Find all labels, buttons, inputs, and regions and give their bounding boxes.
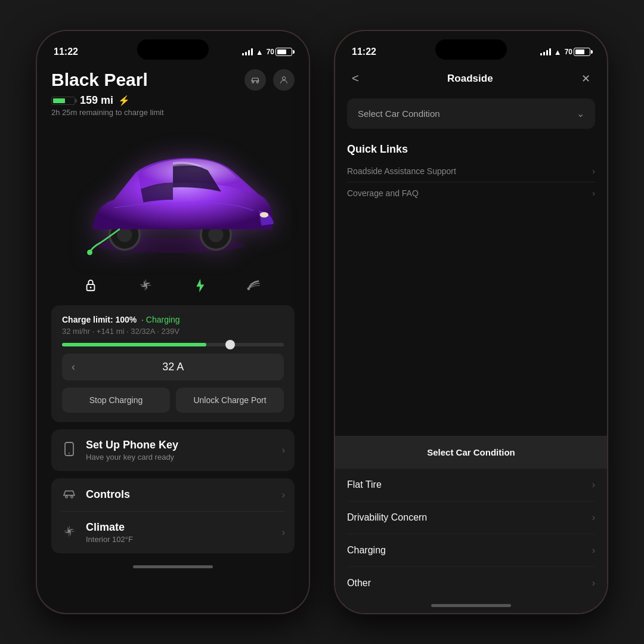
phone-key-chevron-icon: › <box>282 445 285 456</box>
other-chevron-icon: › <box>592 578 595 589</box>
right-screen: 11:22 ▲ 70 < <box>335 31 607 613</box>
bottom-sheet-title: Select Car Condition <box>427 447 515 457</box>
car-battery-fill <box>53 98 65 103</box>
signal-icon-right <box>540 48 551 55</box>
roadside-header: < Roadside ✕ <box>335 63 607 94</box>
battery-mileage-row: 159 mi ⚡ <box>51 94 295 107</box>
sheet-item-flat-tire[interactable]: Flat Tire › <box>347 469 595 501</box>
sheet-item-charging[interactable]: Charging › <box>347 534 595 567</box>
charging-label: Charging <box>347 545 386 556</box>
stop-charging-button[interactable]: Stop Charging <box>62 388 170 413</box>
svg-point-7 <box>208 227 223 242</box>
quick-link-coverage-text: Coverage and FAQ <box>347 188 419 198</box>
car-name-row: Black Pearl <box>51 69 295 91</box>
charge-ampere-row: ‹ 32 A › <box>62 354 284 380</box>
flat-tire-chevron-icon: › <box>592 479 595 490</box>
select-condition-dropdown[interactable]: Select Car Condition ⌄ <box>347 98 595 129</box>
fan-icon <box>138 278 153 292</box>
lock-control-button[interactable] <box>84 278 97 293</box>
battery-indicator-left <box>275 48 292 56</box>
battery-percent-right: 70 <box>565 48 572 56</box>
sheet-item-drivability[interactable]: Drivability Concern › <box>347 501 595 534</box>
close-button[interactable]: ✕ <box>577 70 595 88</box>
quick-links-list: Roadside Assistance Support › Coverage a… <box>347 160 595 204</box>
quick-link-coverage-chevron-icon: › <box>592 188 595 198</box>
svg-point-0 <box>252 81 254 83</box>
fan-control-button[interactable] <box>138 278 153 293</box>
phone-key-list-item[interactable]: Set Up Phone Key Have your key card read… <box>61 429 285 471</box>
bottom-sheet-items: Flat Tire › Drivability Concern › Chargi… <box>335 469 607 599</box>
avatar-icon <box>279 75 289 85</box>
quick-link-roadside-text: Roadside Assistance Support <box>347 166 456 176</box>
drivability-chevron-icon: › <box>592 512 595 523</box>
flat-tire-label: Flat Tire <box>347 479 382 490</box>
roadside-body: Select Car Condition ⌄ Quick Links Roads… <box>335 94 607 436</box>
wifi-icon: ▲ <box>256 48 264 57</box>
charge-info-top: Charge limit: 100% · Charging <box>62 315 284 324</box>
amp-value: 32 A <box>162 361 184 373</box>
other-label: Other <box>347 578 371 589</box>
amp-decrease-button[interactable]: ‹ <box>72 361 75 373</box>
dynamic-island-left <box>137 39 209 60</box>
controls-text: Controls <box>86 488 274 501</box>
charge-rate: 32 mi/hr · +141 mi · 32/32A · 239V <box>62 327 284 336</box>
select-condition-label: Select Car Condition <box>358 109 440 119</box>
svg-point-13 <box>247 287 250 290</box>
phone-key-text: Set Up Phone Key Have your key card read… <box>86 439 274 462</box>
car-image <box>66 129 280 260</box>
unlock-charge-port-button[interactable]: Unlock Charge Port <box>176 388 284 413</box>
quick-link-roadside-chevron-icon: › <box>592 166 595 176</box>
lock-icon <box>84 278 97 293</box>
mileage-text: 159 mi <box>80 94 113 107</box>
charge-progress-thumb[interactable] <box>225 340 235 349</box>
header-icons <box>244 69 295 91</box>
climate-chevron-icon: › <box>282 527 285 538</box>
climate-list-item[interactable]: Climate Interior 102°F › <box>61 512 285 553</box>
svg-point-1 <box>256 81 258 83</box>
quick-links-title: Quick Links <box>347 143 595 156</box>
quick-link-coverage[interactable]: Coverage and FAQ › <box>347 182 595 204</box>
phone-icon <box>64 442 75 456</box>
home-indicator-right <box>431 604 511 607</box>
home-indicator-left <box>133 565 213 568</box>
controls-climate-section: Controls › Clim <box>51 478 295 553</box>
status-icons-right: ▲ 70 <box>540 48 590 57</box>
avatar-button[interactable] <box>273 69 295 91</box>
car-icon-button[interactable] <box>244 69 266 91</box>
left-phone: 11:22 ▲ 70 <box>36 30 310 614</box>
drivability-label: Drivability Concern <box>347 512 427 523</box>
controls-icon <box>61 488 78 501</box>
charge-time-text: 2h 25m remaining to charge limit <box>51 108 295 117</box>
status-icons-left: ▲ 70 <box>242 48 292 57</box>
battery-indicator-right <box>574 48 590 56</box>
controls-list-item[interactable]: Controls › <box>61 478 285 512</box>
climate-icon <box>61 524 78 541</box>
charging-status: Charging <box>146 315 180 324</box>
back-button[interactable]: < <box>347 69 364 88</box>
svg-point-11 <box>89 287 91 289</box>
controls-chevron-icon: › <box>282 490 285 500</box>
battery-fill-right <box>575 49 584 54</box>
charge-control-button[interactable] <box>194 278 205 293</box>
car-silhouette-icon <box>250 76 261 84</box>
bottom-sheet-header: Select Car Condition <box>335 436 607 469</box>
svg-point-17 <box>71 496 73 499</box>
svg-point-15 <box>69 453 70 454</box>
sheet-item-other[interactable]: Other › <box>347 567 595 599</box>
time-right: 11:22 <box>352 47 376 57</box>
charge-progress-fill <box>62 343 206 346</box>
phone-key-section: Set Up Phone Key Have your key card read… <box>51 429 295 471</box>
battery-status-left: 70 <box>267 48 292 56</box>
wiper-control-button[interactable] <box>246 278 262 293</box>
quick-link-roadside-assistance[interactable]: Roadside Assistance Support › <box>347 160 595 182</box>
bolt-control-icon <box>194 278 205 293</box>
control-icons-row <box>51 268 295 303</box>
right-phone: 11:22 ▲ 70 < <box>334 30 608 614</box>
signal-icon <box>242 48 253 55</box>
climate-title: Climate <box>86 521 274 534</box>
charge-progress-bar <box>62 343 284 346</box>
wifi-icon-right: ▲ <box>554 48 562 57</box>
car-controls-icon <box>63 488 76 499</box>
phone-key-subtitle: Have your key card ready <box>86 453 274 462</box>
wiper-icon <box>246 278 262 291</box>
